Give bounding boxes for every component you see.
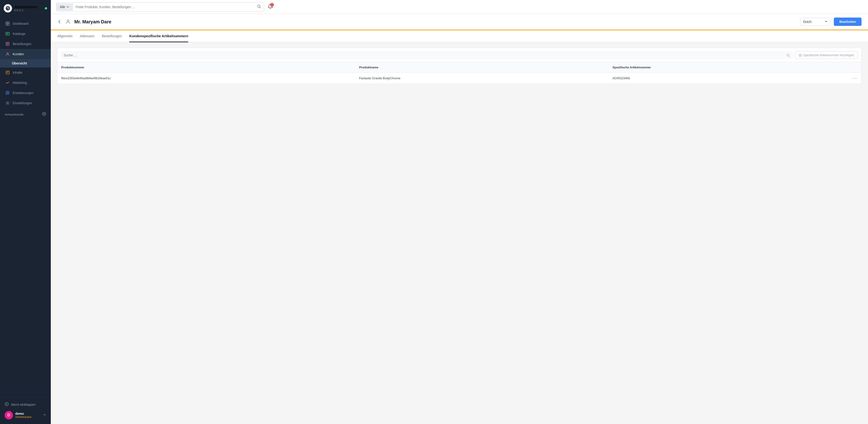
svg-rect-5 xyxy=(6,32,9,35)
cell-produktname: Fantastic Granite BodyChrome xyxy=(355,73,609,84)
customers-icon xyxy=(5,52,10,56)
add-artikel-label: Spezifische Artikelnummer hinzufügen xyxy=(803,53,854,57)
sidebar-item-bestellungen[interactable]: Bestellungen xyxy=(0,39,51,49)
sidebar-item-marketing[interactable]: Marketing xyxy=(0,78,51,88)
edit-button[interactable]: Bearbeiten xyxy=(834,18,862,26)
cell-spezifische: ACRIS23456 xyxy=(609,73,847,84)
collapse-icon xyxy=(5,402,9,407)
add-verkaufskanal-button[interactable] xyxy=(42,112,46,117)
content-search-wrapper xyxy=(61,52,793,59)
sidebar-item-inhalte[interactable]: Inhalte xyxy=(0,67,51,78)
top-bar: Alle 1 xyxy=(51,0,868,14)
content-icon xyxy=(5,70,10,75)
tab-adressen[interactable]: Adressen xyxy=(80,30,94,42)
user-expand-icon xyxy=(43,413,46,417)
language-selector-wrapper: Dutch English German French xyxy=(800,18,830,26)
dashboard-icon xyxy=(5,21,10,26)
user-avatar: D xyxy=(5,411,13,419)
svg-point-19 xyxy=(7,103,8,104)
cell-produktnummer: ffdce2283a4b49ad8bfee5fb16bae51c xyxy=(58,73,355,84)
col-header-actions xyxy=(848,62,862,73)
collapse-menu-label: Menü einklappen xyxy=(11,403,36,406)
svg-rect-3 xyxy=(6,24,7,25)
cell-actions: ··· xyxy=(848,73,862,84)
sidebar-item-kataloge[interactable]: Kataloge xyxy=(0,29,51,39)
main-nav: Dashboard Kataloge Bestel xyxy=(0,17,51,397)
search-bar: Alle xyxy=(56,2,264,11)
sidebar-item-erweiterungen-label: Erweiterungen xyxy=(13,91,33,95)
row-actions-button[interactable]: ··· xyxy=(853,76,858,81)
svg-point-12 xyxy=(7,53,8,54)
customer-icon-button[interactable] xyxy=(66,19,71,25)
customer-header: Mr. Maryam Dare Dutch English German Fre… xyxy=(51,14,868,30)
language-select[interactable]: Dutch English German French xyxy=(800,18,830,26)
tab-content-artikelnummern: Spezifische Artikelnummer hinzufügen Pro… xyxy=(51,42,868,90)
orders-icon xyxy=(5,41,10,46)
collapse-menu-item[interactable]: Menü einklappen xyxy=(4,400,47,409)
svg-point-0 xyxy=(8,7,8,8)
svg-point-26 xyxy=(67,20,69,22)
verkaufskanaele-section: Verkaufskanäle xyxy=(0,108,51,119)
table-row: ffdce2283a4b49ad8bfee5fb16bae51c Fantast… xyxy=(58,73,862,84)
sidebar-item-dashboard-label: Dashboard xyxy=(13,22,29,25)
search-filter-label: Alle xyxy=(60,5,65,9)
sidebar-item-inhalte-label: Inhalte xyxy=(13,71,22,75)
extensions-icon xyxy=(5,91,10,95)
sidebar-bottom: Menü einklappen D demo Administrator xyxy=(0,397,51,424)
marketing-icon xyxy=(5,80,10,85)
sidebar-item-erweiterungen[interactable]: Erweiterungen xyxy=(0,88,51,98)
user-profile[interactable]: D demo Administrator xyxy=(4,409,47,421)
global-search-button[interactable] xyxy=(254,3,264,11)
settings-icon xyxy=(5,101,10,105)
sidebar-item-kunden[interactable]: Kunden xyxy=(0,49,51,59)
notification-button[interactable]: 1 xyxy=(267,3,274,11)
user-name: demo xyxy=(15,412,32,416)
sidebar-item-kataloge-label: Kataloge xyxy=(13,32,25,35)
sidebar: Administration 6.4.11.1 Dashboard xyxy=(0,0,51,424)
artikel-search-input[interactable] xyxy=(64,53,784,57)
table-header-row: Produktnummer Produktname Spezifische Ar… xyxy=(58,62,862,73)
sidebar-logo: Administration 6.4.11.1 xyxy=(0,0,51,17)
col-header-spezifische: Spezifische Artikelnummer xyxy=(609,62,847,73)
verkaufskanaele-title: Verkaufskanäle xyxy=(5,113,24,116)
add-artikel-button[interactable]: Spezifische Artikelnummer hinzufügen xyxy=(795,51,858,59)
global-search-input[interactable] xyxy=(73,3,254,11)
sidebar-item-marketing-label: Marketing xyxy=(13,81,27,85)
app-version: 6.4.11.1 xyxy=(14,9,37,11)
sidebar-item-dashboard[interactable]: Dashboard xyxy=(0,19,51,29)
sidebar-subitem-ubersicht[interactable]: Übersicht xyxy=(0,59,51,67)
add-circle-icon xyxy=(799,54,802,57)
user-role: Administrator xyxy=(15,416,32,419)
svg-rect-4 xyxy=(8,24,9,25)
back-button[interactable] xyxy=(57,20,62,24)
tab-bestellungen[interactable]: Bestellungen xyxy=(102,30,122,42)
svg-rect-2 xyxy=(8,22,9,23)
app-name-group: Administration 6.4.11.1 xyxy=(14,5,37,11)
tab-allgemein[interactable]: Allgemein xyxy=(57,30,72,42)
svg-rect-18 xyxy=(6,93,7,94)
svg-line-28 xyxy=(788,56,789,57)
content-search-icon xyxy=(786,53,790,57)
svg-point-24 xyxy=(258,5,260,8)
customer-name: Mr. Maryam Dare xyxy=(74,19,797,25)
svg-rect-1 xyxy=(6,22,7,23)
notification-badge: 1 xyxy=(270,3,274,7)
artikel-table: Produktnummer Produktname Spezifische Ar… xyxy=(57,62,862,84)
svg-rect-17 xyxy=(8,91,9,93)
main-area: Alle 1 xyxy=(51,0,868,424)
sidebar-item-kunden-label: Kunden xyxy=(13,52,24,56)
online-status-dot xyxy=(45,7,47,9)
app-logo-icon xyxy=(4,4,12,12)
search-filter-button[interactable]: Alle xyxy=(57,3,73,11)
catalog-icon xyxy=(5,31,10,36)
col-header-produktname: Produktname xyxy=(355,62,609,73)
tabs-bar: Allgemein Adressen Bestellungen Kundensp… xyxy=(51,30,868,42)
svg-line-25 xyxy=(260,7,261,8)
col-header-produktnummer: Produktnummer xyxy=(58,62,355,73)
app-title: Administration xyxy=(14,5,37,9)
user-info: demo Administrator xyxy=(15,412,32,419)
tab-artikelnummern[interactable]: Kundenspezifische Artikelnummern xyxy=(129,30,188,42)
sidebar-item-einstellungen-label: Einstellungen xyxy=(13,101,32,105)
sidebar-item-einstellungen[interactable]: Einstellungen xyxy=(0,98,51,108)
svg-rect-16 xyxy=(6,91,7,93)
